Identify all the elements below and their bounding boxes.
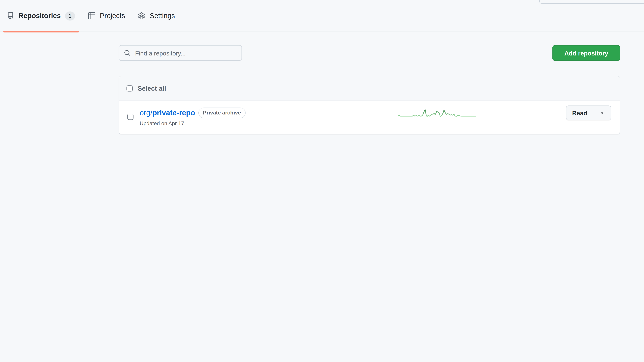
repo-count-badge: 1 [65, 11, 75, 20]
activity-sparkline [398, 109, 476, 118]
repo-title-line: org/private-repo Private archive [140, 108, 246, 118]
tab-settings[interactable]: Settings [134, 0, 178, 32]
search-icon [124, 50, 131, 56]
cutoff-search-fragment [539, 0, 644, 4]
main-content: Add repository Select all org/private-re… [119, 45, 620, 134]
underline-nav: Repositories 1 Projects Settings [0, 0, 644, 32]
triangle-down-icon [599, 110, 605, 116]
tab-repositories[interactable]: Repositories 1 [3, 0, 79, 32]
repo-row-checkbox[interactable] [127, 114, 134, 120]
repo-org-prefix: org/ [140, 109, 152, 117]
tab-projects[interactable]: Projects [84, 0, 129, 32]
repo-info: org/private-repo Private archive Updated… [140, 108, 246, 126]
select-all-label: Select all [138, 85, 166, 92]
tab-label: Repositories [18, 12, 61, 20]
permission-label: Read [572, 109, 587, 116]
add-repository-button[interactable]: Add repository [552, 45, 620, 61]
tab-label: Settings [150, 12, 175, 20]
page: Repositories 1 Projects Settings Add rep… [0, 0, 644, 362]
permission-dropdown-button[interactable]: Read [566, 105, 611, 120]
repo-updated-text: Updated on Apr 17 [140, 120, 246, 126]
repo-search-input[interactable] [134, 49, 237, 57]
repo-toolbar: Add repository [119, 45, 620, 61]
repo-link[interactable]: org/private-repo [140, 109, 195, 117]
tab-label: Projects [100, 12, 125, 20]
repository-list: Select all org/private-repo Private arch… [119, 76, 620, 134]
project-table-icon [88, 12, 95, 19]
private-archive-badge: Private archive [198, 108, 245, 118]
repo-search [119, 45, 242, 61]
repository-list-header: Select all [119, 76, 620, 101]
select-all-checkbox[interactable] [126, 85, 133, 91]
repo-book-icon [7, 12, 14, 19]
repo-name: private-repo [152, 109, 195, 117]
gear-icon [138, 12, 145, 19]
repo-row: org/private-repo Private archive Updated… [119, 101, 620, 134]
